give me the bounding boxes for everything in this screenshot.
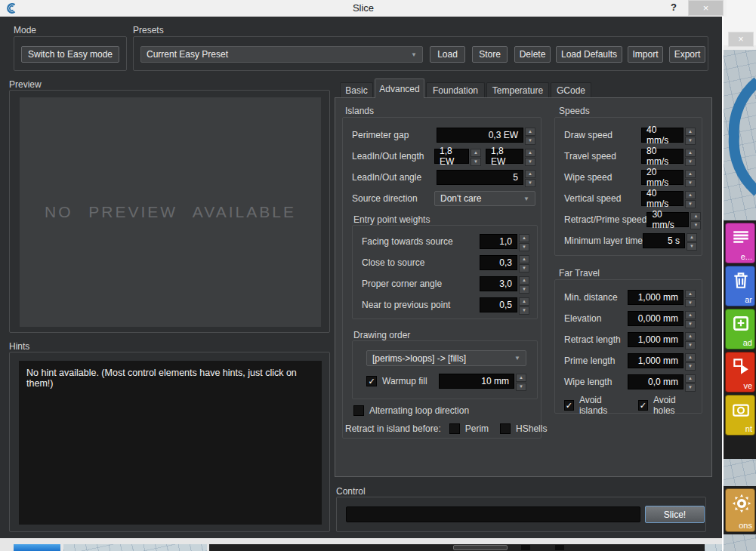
checkbox-box[interactable]: ✓: [500, 423, 511, 434]
spin-down-icon[interactable]: ▼: [685, 362, 696, 371]
preset-select[interactable]: Current Easy Preset ▼: [140, 46, 423, 63]
avoid-holes-checkbox[interactable]: ✓ Avoid holes: [638, 395, 696, 416]
spinner-buttons[interactable]: ▲ ▼: [519, 276, 529, 291]
vertical-speed-input[interactable]: 40 mm/s ▲ ▼: [641, 191, 696, 206]
retract-length-input[interactable]: 1,000 mm ▲ ▼: [628, 332, 696, 347]
spinner-buttons[interactable]: ▲ ▼: [687, 233, 697, 248]
tab-foundation[interactable]: Foundation: [426, 82, 485, 98]
spinner-buttons[interactable]: ▲ ▼: [525, 128, 535, 143]
switch-easy-mode-button[interactable]: Switch to Easy mode: [21, 46, 119, 63]
spin-up-icon[interactable]: ▲: [471, 149, 481, 157]
warmup-fill-value[interactable]: 10 mm: [439, 374, 514, 389]
wipe-length-input[interactable]: 0,0 mm ▲ ▼: [628, 374, 696, 389]
elevation-input[interactable]: 0,000 mm ▲ ▼: [628, 311, 696, 326]
min-distance-input[interactable]: 1,000 mm ▲ ▼: [628, 290, 696, 305]
spinner-buttons[interactable]: ▲ ▼: [525, 170, 535, 185]
minimum-layer-time-value[interactable]: 5 s: [643, 233, 685, 248]
spinner-buttons[interactable]: ▲ ▼: [516, 374, 526, 389]
close-button[interactable]: ×: [688, 0, 724, 16]
facing-towards-source-value[interactable]: 1,0: [480, 234, 517, 249]
proper-corner-angle-input[interactable]: 3,0 ▲ ▼: [480, 276, 529, 291]
close-to-source-value[interactable]: 0,3: [480, 255, 517, 270]
elevation-value[interactable]: 0,000 mm: [628, 311, 683, 326]
spin-up-icon[interactable]: ▲: [690, 212, 701, 220]
perimeter-gap-input[interactable]: 0,3 EW ▲ ▼: [437, 128, 535, 143]
retract-hshells-checkbox[interactable]: ✓ HShells: [500, 423, 547, 434]
spin-up-icon[interactable]: ▲: [519, 297, 529, 306]
leadinout-angle-input[interactable]: 5 ▲ ▼: [437, 170, 535, 185]
spin-up-icon[interactable]: ▲: [685, 374, 696, 383]
spin-up-icon[interactable]: ▲: [685, 170, 696, 178]
spinner-buttons[interactable]: ▲ ▼: [685, 128, 696, 143]
spin-up-icon[interactable]: ▲: [525, 128, 535, 136]
retract-prime-speed-value[interactable]: 30 mm/s: [646, 212, 689, 227]
spin-up-icon[interactable]: ▲: [519, 255, 529, 263]
spinner-buttons[interactable]: ▲ ▼: [685, 374, 696, 389]
checkbox-box[interactable]: ✓: [353, 405, 364, 416]
tab-temperature[interactable]: Temperature: [486, 82, 549, 98]
spin-up-icon[interactable]: ▲: [685, 332, 696, 340]
spin-down-icon[interactable]: ▼: [687, 242, 697, 251]
proper-corner-angle-value[interactable]: 3,0: [480, 276, 517, 291]
background-toolbar-square[interactable]: [555, 545, 564, 550]
spin-up-icon[interactable]: ▲: [685, 149, 696, 157]
spin-up-icon[interactable]: ▲: [519, 276, 529, 285]
spinner-buttons[interactable]: ▲ ▼: [519, 234, 529, 249]
spinner-buttons[interactable]: ▲ ▼: [685, 290, 696, 305]
checkbox-box[interactable]: ✓: [449, 423, 460, 434]
spin-up-icon[interactable]: ▲: [685, 191, 696, 199]
spinner-buttons[interactable]: ▲ ▼: [690, 212, 701, 227]
spin-up-icon[interactable]: ▲: [525, 170, 535, 178]
drawing-order-select[interactable]: [perims->loops] -> [fills] ▼: [366, 350, 526, 366]
leadin-length-value[interactable]: 1,8 EW: [434, 149, 469, 164]
checkbox-box[interactable]: ✓: [638, 400, 648, 411]
checkbox-box[interactable]: ✓: [366, 376, 377, 386]
spin-up-icon[interactable]: ▲: [516, 374, 526, 382]
spin-up-icon[interactable]: ▲: [685, 353, 696, 362]
spin-down-icon[interactable]: ▼: [519, 285, 529, 294]
background-close-button[interactable]: ×: [728, 32, 754, 47]
spinner-buttons[interactable]: ▲ ▼: [685, 353, 696, 368]
wipe-speed-input[interactable]: 20 mm/s ▲ ▼: [641, 170, 696, 185]
sidebar-button-clear[interactable]: ar: [725, 266, 755, 306]
tab-advanced[interactable]: Advanced: [375, 78, 424, 98]
travel-speed-input[interactable]: 80 mm/s ▲ ▼: [641, 149, 696, 164]
delete-button[interactable]: Delete: [514, 46, 551, 63]
warmup-fill-input[interactable]: 10 mm ▲ ▼: [439, 374, 526, 389]
spinner-buttons[interactable]: ▲ ▼: [519, 297, 529, 312]
sidebar-button-print[interactable]: nt: [725, 395, 755, 436]
spinner-buttons[interactable]: ▲ ▼: [685, 170, 696, 185]
spinner-buttons[interactable]: ▲ ▼: [525, 149, 535, 164]
background-blue-button[interactable]: [14, 544, 60, 551]
avoid-islands-checkbox[interactable]: ✓ Avoid islands: [564, 395, 628, 416]
spin-down-icon[interactable]: ▼: [519, 264, 529, 272]
leadout-length-input[interactable]: 1,8 EW ▲ ▼: [486, 149, 535, 164]
spinner-buttons[interactable]: ▲ ▼: [519, 255, 529, 270]
tab-gcode[interactable]: GCode: [551, 82, 591, 98]
spin-up-icon[interactable]: ▲: [525, 149, 535, 157]
background-toolbar-button[interactable]: [453, 545, 508, 550]
load-button[interactable]: Load: [430, 46, 465, 63]
sidebar-button-options[interactable]: ons: [725, 488, 755, 532]
draw-speed-value[interactable]: 40 mm/s: [641, 128, 683, 143]
facing-towards-source-input[interactable]: 1,0 ▲ ▼: [480, 234, 529, 249]
retract-prime-speed-input[interactable]: 30 mm/s ▲ ▼: [646, 212, 701, 227]
spin-up-icon[interactable]: ▲: [685, 311, 696, 319]
spin-down-icon[interactable]: ▼: [685, 137, 696, 145]
spin-down-icon[interactable]: ▼: [525, 158, 535, 166]
spinner-buttons[interactable]: ▲ ▼: [685, 191, 696, 206]
spin-down-icon[interactable]: ▼: [519, 306, 529, 315]
perimeter-gap-value[interactable]: 0,3 EW: [437, 128, 523, 143]
store-button[interactable]: Store: [472, 46, 508, 63]
checkbox-box[interactable]: ✓: [564, 400, 574, 411]
near-previous-point-value[interactable]: 0,5: [480, 297, 517, 312]
prime-length-input[interactable]: 1,000 mm ▲ ▼: [628, 353, 696, 368]
spin-up-icon[interactable]: ▲: [685, 128, 696, 136]
retract-length-value[interactable]: 1,000 mm: [628, 332, 683, 347]
spin-down-icon[interactable]: ▼: [516, 383, 526, 391]
source-direction-select[interactable]: Don't care ▼: [434, 191, 535, 206]
spin-down-icon[interactable]: ▼: [471, 158, 481, 166]
spinner-buttons[interactable]: ▲ ▼: [471, 149, 481, 164]
tab-basic[interactable]: Basic: [340, 82, 373, 98]
prime-length-value[interactable]: 1,000 mm: [628, 353, 683, 368]
